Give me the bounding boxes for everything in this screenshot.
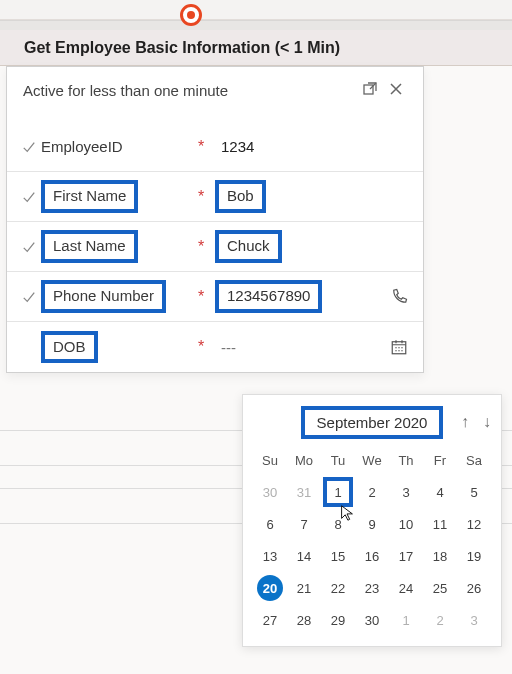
dow-header: Su bbox=[253, 449, 287, 476]
calendar-day[interactable]: 19 bbox=[457, 540, 491, 572]
calendar-day[interactable]: 28 bbox=[287, 604, 321, 636]
calendar-day[interactable]: 18 bbox=[423, 540, 457, 572]
window-top-strip bbox=[0, 0, 512, 20]
check-icon bbox=[17, 240, 41, 254]
calendar-day[interactable]: 22 bbox=[321, 572, 355, 604]
next-month-button[interactable]: ↓ bbox=[483, 413, 491, 431]
calendar-day[interactable]: 1 bbox=[389, 604, 423, 636]
dow-header: We bbox=[355, 449, 389, 476]
field-row-dob: DOB * --- bbox=[7, 322, 423, 372]
label-text: First Name bbox=[41, 180, 138, 213]
calendar-day[interactable]: 12 bbox=[457, 508, 491, 540]
calendar-popup: September 2020 ↑ ↓ SuMoTuWeThFrSa3031123… bbox=[242, 394, 502, 647]
field-label-last-name: Last Name bbox=[41, 230, 191, 263]
label-text: Phone Number bbox=[41, 280, 166, 313]
calendar-day[interactable]: 23 bbox=[355, 572, 389, 604]
calendar-day[interactable]: 6 bbox=[253, 508, 287, 540]
required-star: * bbox=[191, 288, 211, 306]
required-star: * bbox=[191, 338, 211, 356]
field-value-last-name[interactable]: Chuck bbox=[211, 230, 415, 263]
process-header-bar[interactable]: Get Employee Basic Information (< 1 Min) bbox=[0, 30, 512, 66]
label-text: Last Name bbox=[41, 230, 138, 263]
calendar-day[interactable]: 13 bbox=[253, 540, 287, 572]
field-row-phone: Phone Number * 1234567890 bbox=[7, 272, 423, 322]
form-panel: Active for less than one minute Employee… bbox=[6, 66, 424, 373]
calendar-header: September 2020 ↑ ↓ bbox=[243, 395, 501, 449]
phone-icon[interactable] bbox=[383, 288, 415, 306]
value-text: 1234 bbox=[215, 134, 260, 159]
label-text: DOB bbox=[41, 331, 98, 364]
field-label-first-name: First Name bbox=[41, 180, 191, 213]
calendar-day[interactable]: 16 bbox=[355, 540, 389, 572]
target-icon bbox=[180, 4, 202, 26]
calendar-day[interactable]: 29 bbox=[321, 604, 355, 636]
calendar-day[interactable]: 25 bbox=[423, 572, 457, 604]
required-star: * bbox=[191, 138, 211, 156]
calendar-day[interactable]: 3 bbox=[457, 604, 491, 636]
calendar-day[interactable]: 27 bbox=[253, 604, 287, 636]
check-icon bbox=[17, 190, 41, 204]
field-row-first-name: First Name * Bob bbox=[7, 172, 423, 222]
panel-header: Active for less than one minute bbox=[7, 67, 423, 122]
popout-icon[interactable] bbox=[357, 81, 383, 100]
calendar-day[interactable]: 26 bbox=[457, 572, 491, 604]
calendar-day[interactable]: 2 bbox=[355, 476, 389, 508]
svg-rect-0 bbox=[364, 85, 373, 94]
field-value-first-name[interactable]: Bob bbox=[211, 180, 415, 213]
prev-month-button[interactable]: ↑ bbox=[461, 413, 469, 431]
calendar-day[interactable]: 4 bbox=[423, 476, 457, 508]
calendar-icon[interactable] bbox=[383, 338, 415, 356]
close-icon[interactable] bbox=[383, 82, 409, 99]
field-label-dob: DOB bbox=[41, 331, 191, 364]
calendar-day[interactable]: 15 bbox=[321, 540, 355, 572]
dow-header: Mo bbox=[287, 449, 321, 476]
calendar-day[interactable]: 24 bbox=[389, 572, 423, 604]
calendar-day[interactable]: 21 bbox=[287, 572, 321, 604]
field-value-phone[interactable]: 1234567890 bbox=[211, 280, 383, 313]
dow-header: Sa bbox=[457, 449, 491, 476]
calendar-grid: SuMoTuWeThFrSa30311234567891011121314151… bbox=[243, 449, 501, 636]
calendar-day[interactable]: 31 bbox=[287, 476, 321, 508]
field-row-employee-id: EmployeeID * 1234 bbox=[7, 122, 423, 172]
field-value-employee-id[interactable]: 1234 bbox=[211, 134, 415, 159]
calendar-day[interactable]: 7 bbox=[287, 508, 321, 540]
calendar-day[interactable]: 17 bbox=[389, 540, 423, 572]
value-text: 1234567890 bbox=[215, 280, 322, 313]
calendar-day[interactable]: 11 bbox=[423, 508, 457, 540]
value-text: --- bbox=[215, 335, 242, 360]
calendar-day[interactable]: 3 bbox=[389, 476, 423, 508]
value-text: Chuck bbox=[215, 230, 282, 263]
field-value-dob[interactable]: --- bbox=[211, 335, 383, 360]
dow-header: Fr bbox=[423, 449, 457, 476]
check-icon bbox=[17, 290, 41, 304]
calendar-day[interactable]: 5 bbox=[457, 476, 491, 508]
check-icon bbox=[17, 140, 41, 154]
dow-header: Tu bbox=[321, 449, 355, 476]
field-row-last-name: Last Name * Chuck bbox=[7, 222, 423, 272]
mouse-cursor-icon bbox=[338, 504, 356, 522]
calendar-day[interactable]: 30 bbox=[355, 604, 389, 636]
required-star: * bbox=[191, 188, 211, 206]
calendar-day[interactable]: 20 bbox=[253, 572, 287, 604]
calendar-day[interactable]: 10 bbox=[389, 508, 423, 540]
panel-title: Active for less than one minute bbox=[23, 82, 357, 99]
label-text: EmployeeID bbox=[41, 138, 123, 155]
calendar-day[interactable]: 30 bbox=[253, 476, 287, 508]
dow-header: Th bbox=[389, 449, 423, 476]
value-text: Bob bbox=[215, 180, 266, 213]
calendar-day[interactable]: 14 bbox=[287, 540, 321, 572]
field-label-employee-id: EmployeeID bbox=[41, 138, 191, 155]
calendar-day[interactable]: 2 bbox=[423, 604, 457, 636]
field-label-phone: Phone Number bbox=[41, 280, 191, 313]
process-title: Get Employee Basic Information (< 1 Min) bbox=[24, 39, 340, 57]
month-label[interactable]: September 2020 bbox=[301, 406, 444, 439]
calendar-day[interactable]: 9 bbox=[355, 508, 389, 540]
required-star: * bbox=[191, 238, 211, 256]
